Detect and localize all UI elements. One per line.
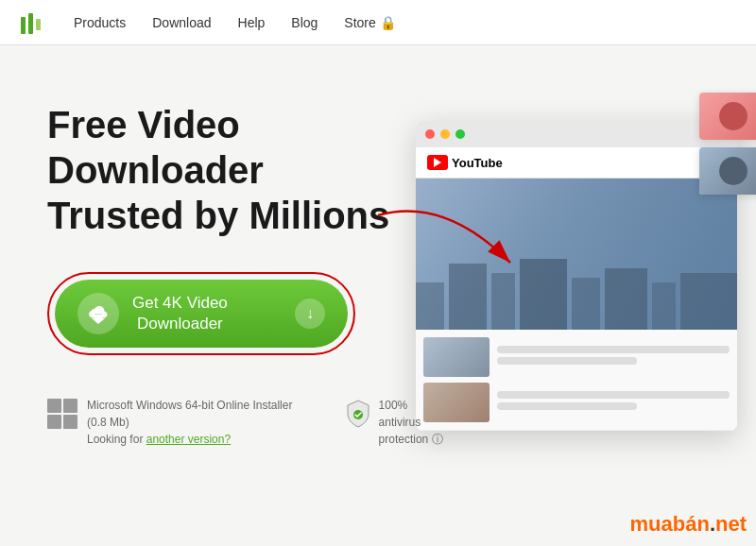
avatar-image-2 — [699, 147, 756, 195]
download-arrow-icon: ↓ — [295, 299, 325, 329]
svg-rect-2 — [36, 19, 41, 30]
antivirus-info: 100% antivirus protection ⓘ — [345, 397, 444, 448]
antivirus-text: 100% antivirus protection ⓘ — [379, 397, 444, 448]
svg-rect-8 — [520, 259, 567, 330]
windows-icon — [47, 399, 77, 429]
cta-container: Get 4K Video Downloader ↓ — [47, 272, 355, 355]
browser-maximize-btn[interactable] — [455, 129, 465, 139]
navbar: Products Download Help Blog Store 🔒 — [0, 0, 756, 45]
avatar-card-1 — [699, 93, 756, 140]
windows-info: Microsoft Windows 64-bit Online Installe… — [47, 397, 315, 448]
lock-icon: 🔒 — [380, 15, 396, 30]
suggestion-1 — [423, 337, 730, 377]
suggestion-2 — [423, 383, 730, 422]
browser-titlebar — [416, 121, 737, 147]
avatar-image-1 — [699, 93, 756, 140]
svg-rect-10 — [605, 268, 647, 330]
video-suggestions — [416, 330, 737, 430]
nav-blog[interactable]: Blog — [280, 9, 329, 36]
logo[interactable] — [19, 9, 45, 36]
windows-text: Microsoft Windows 64-bit Online Installe… — [87, 397, 315, 448]
browser-content: YouTube — [416, 147, 737, 431]
shield-icon — [345, 399, 371, 429]
main-content: Free Video Downloader Trusted by Million… — [0, 45, 756, 546]
nav-products[interactable]: Products — [62, 9, 137, 36]
avatar-card-2 — [699, 147, 756, 195]
download-button[interactable]: Get 4K Video Downloader ↓ — [55, 280, 348, 348]
nav-items: Products Download Help Blog Store 🔒 — [62, 9, 407, 36]
svg-rect-9 — [572, 278, 600, 330]
big-arrow — [369, 206, 520, 285]
cta-label: Get 4K Video Downloader — [132, 293, 228, 334]
svg-rect-0 — [21, 17, 26, 34]
side-panel — [699, 93, 756, 195]
info-row: Microsoft Windows 64-bit Online Installe… — [47, 397, 444, 448]
svg-rect-11 — [652, 282, 676, 330]
another-version-link[interactable]: another version? — [146, 433, 231, 446]
svg-rect-12 — [680, 273, 737, 330]
svg-rect-1 — [28, 13, 33, 34]
youtube-label: YouTube — [452, 156, 503, 170]
nav-download[interactable]: Download — [141, 9, 222, 36]
watermark: muabán.net — [630, 512, 747, 537]
nav-store[interactable]: Store 🔒 — [333, 9, 406, 36]
youtube-header: YouTube — [416, 147, 737, 179]
cloud-download-icon — [77, 293, 119, 334]
nav-help[interactable]: Help — [227, 9, 277, 36]
left-content: Free Video Downloader Trusted by Million… — [47, 102, 444, 546]
